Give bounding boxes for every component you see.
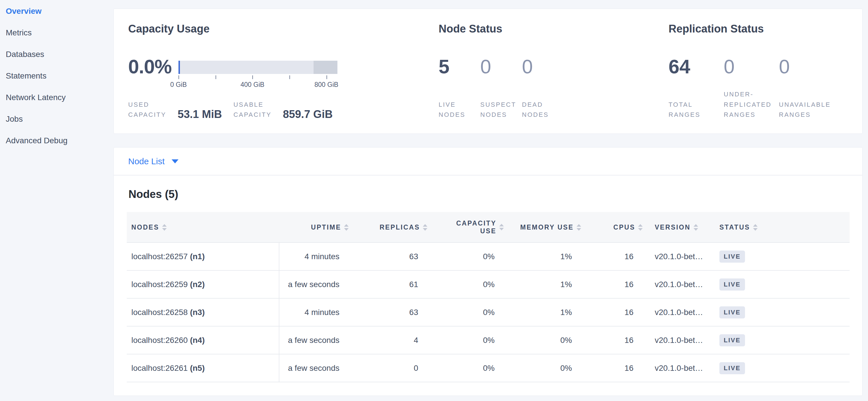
- sidebar-item-statements[interactable]: Statements: [0, 65, 114, 87]
- main-content: Capacity Usage 0.0% 0 GiB400 GiB800 GiB …: [114, 0, 868, 396]
- sidebar-item-metrics[interactable]: Metrics: [0, 22, 114, 44]
- sidebar-item-advanced-debug[interactable]: Advanced Debug: [0, 130, 114, 151]
- sort-icon[interactable]: [638, 224, 643, 231]
- uptime-cell: a few seconds: [279, 270, 349, 298]
- capacity-use-cell: 0%: [428, 298, 504, 326]
- status-badge: LIVE: [719, 334, 745, 346]
- table-header-row: NODES UPTIME REPLICAS CAPACITY USE MEMOR…: [127, 212, 849, 242]
- live-nodes-value: 5: [439, 57, 480, 76]
- version-cell: v20.1.0-bet…: [643, 298, 718, 326]
- table-row: localhost:26261 (n5) a few seconds 0 0% …: [127, 354, 849, 382]
- capacity-use-cell: 0%: [428, 354, 504, 382]
- sort-icon[interactable]: [499, 224, 504, 230]
- unavailable-ranges-value: 0: [779, 57, 832, 76]
- status-cell: LIVE: [718, 298, 849, 326]
- capacity-use-cell: 0%: [428, 326, 504, 354]
- cpus-cell: 16: [582, 326, 643, 354]
- sidebar-item-overview[interactable]: Overview: [0, 0, 114, 22]
- usable-capacity-value: 859.7 GiB: [283, 109, 333, 120]
- suspect-nodes-metric: 0 SUSPECT NODES: [480, 57, 522, 120]
- column-header-version[interactable]: VERSION: [643, 212, 718, 242]
- nodes-table: NODES UPTIME REPLICAS CAPACITY USE MEMOR…: [127, 212, 849, 382]
- cpus-cell: 16: [582, 354, 643, 382]
- column-header-capacity-use[interactable]: CAPACITY USE: [428, 212, 504, 242]
- capacity-used-percent: 0.0%: [128, 57, 172, 76]
- usable-capacity-stat: USABLE CAPACITY 859.7 GiB: [234, 99, 333, 120]
- status-badge: LIVE: [719, 306, 745, 318]
- cpus-cell: 16: [582, 298, 643, 326]
- node-address-cell[interactable]: localhost:26260 (n4): [127, 326, 279, 354]
- column-header-memory-use[interactable]: MEMORY USE: [504, 212, 582, 242]
- cpus-cell: 16: [582, 242, 643, 270]
- sidebar-item-label: Jobs: [6, 114, 23, 124]
- node-address-cell[interactable]: localhost:26258 (n3): [127, 298, 279, 326]
- node-list-dropdown[interactable]: Node List: [128, 156, 179, 166]
- version-cell: v20.1.0-bet…: [643, 270, 718, 298]
- node-address-cell[interactable]: localhost:26261 (n5): [127, 354, 279, 382]
- capacity-axis-ticks: [179, 75, 337, 79]
- sort-icon[interactable]: [344, 224, 349, 231]
- capacity-usage-title: Capacity Usage: [128, 23, 439, 35]
- node-address-cell[interactable]: localhost:26259 (n2): [127, 270, 279, 298]
- column-header-uptime[interactable]: UPTIME: [279, 212, 349, 242]
- status-badge: LIVE: [719, 251, 745, 263]
- sidebar-item-label: Statements: [6, 71, 46, 81]
- sidebar-item-label: Metrics: [6, 28, 32, 37]
- status-cell: LIVE: [718, 326, 849, 354]
- suspect-nodes-value: 0: [480, 57, 522, 76]
- replicas-cell: 63: [349, 298, 428, 326]
- status-badge: LIVE: [719, 362, 745, 374]
- chevron-down-icon: [172, 160, 179, 163]
- node-list-card: Node List Nodes (5) NODES UPTIME: [114, 147, 863, 396]
- version-cell: v20.1.0-bet…: [643, 326, 718, 354]
- column-header-replicas[interactable]: REPLICAS: [349, 212, 428, 242]
- used-capacity-label: USED CAPACITY: [128, 99, 175, 120]
- sidebar-item-label: Overview: [6, 7, 42, 16]
- sort-icon[interactable]: [753, 224, 758, 231]
- sidebar-item-databases[interactable]: Databases: [0, 44, 114, 65]
- node-list-dropdown-label: Node List: [128, 156, 165, 166]
- sort-icon[interactable]: [423, 224, 428, 231]
- capacity-bar: [179, 61, 337, 74]
- sort-icon[interactable]: [162, 224, 167, 231]
- sidebar-item-network-latency[interactable]: Network Latency: [0, 87, 114, 108]
- node-status-panel: Node Status 5 LIVE NODES 0 SUSPECT NODES…: [439, 23, 669, 120]
- capacity-use-cell: 0%: [428, 270, 504, 298]
- column-header-status[interactable]: STATUS: [718, 212, 849, 242]
- sidebar-item-jobs[interactable]: Jobs: [0, 108, 114, 130]
- status-badge: LIVE: [719, 279, 745, 290]
- uptime-cell: a few seconds: [279, 326, 349, 354]
- node-address-cell[interactable]: localhost:26257 (n1): [127, 242, 279, 270]
- capacity-use-cell: 0%: [428, 242, 504, 270]
- nodes-heading: Nodes (5): [128, 188, 849, 200]
- total-ranges-label: TOTAL RANGES: [669, 99, 722, 120]
- cpus-cell: 16: [582, 270, 643, 298]
- live-nodes-metric: 5 LIVE NODES: [439, 57, 480, 120]
- sidebar-item-label: Network Latency: [6, 93, 66, 102]
- replication-status-panel: Replication Status 64 TOTAL RANGES 0 UND…: [669, 23, 848, 120]
- used-capacity-value: 53.1 MiB: [178, 109, 222, 120]
- replicas-cell: 0: [349, 354, 428, 382]
- sort-icon[interactable]: [693, 224, 699, 231]
- status-cell: LIVE: [718, 270, 849, 298]
- uptime-cell: a few seconds: [279, 354, 349, 382]
- app-root: Overview Metrics Databases Statements Ne…: [0, 0, 868, 396]
- column-header-nodes[interactable]: NODES: [127, 212, 279, 242]
- version-cell: v20.1.0-bet…: [643, 354, 718, 382]
- uptime-cell: 4 minutes: [279, 242, 349, 270]
- sort-icon[interactable]: [577, 224, 582, 231]
- column-header-cpus[interactable]: CPUS: [582, 212, 643, 242]
- status-cell: LIVE: [718, 242, 849, 270]
- unavailable-ranges-label: UNAVAILABLE RANGES: [779, 99, 832, 120]
- capacity-usage-panel: Capacity Usage 0.0% 0 GiB400 GiB800 GiB …: [128, 23, 439, 120]
- sidebar-item-label: Databases: [6, 50, 44, 59]
- live-nodes-label: LIVE NODES: [439, 99, 476, 120]
- replicas-cell: 63: [349, 242, 428, 270]
- view-selector-row: Node List: [114, 148, 862, 175]
- dead-nodes-label: DEAD NODES: [522, 99, 560, 120]
- table-row: localhost:26257 (n1) 4 minutes 63 0% 1% …: [127, 242, 849, 270]
- uptime-cell: 4 minutes: [279, 298, 349, 326]
- nodes-table-section: Nodes (5) NODES UPTIME REPLICAS CAPACITY…: [114, 175, 862, 396]
- memory-use-cell: 0%: [504, 326, 582, 354]
- table-row: localhost:26260 (n4) a few seconds 4 0% …: [127, 326, 849, 354]
